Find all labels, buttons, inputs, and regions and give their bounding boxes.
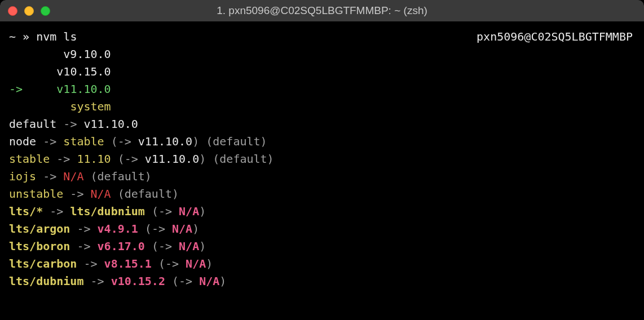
alias-default: default -> v11.10.0 bbox=[9, 115, 635, 133]
command-text: nvm ls bbox=[36, 30, 77, 43]
terminal-output[interactable]: pxn5096@C02SQ5LBGTFMMBP ~ » nvm ls v9.10… bbox=[0, 21, 644, 297]
alias-stable: stable -> 11.10 (-> v11.10.0) (default) bbox=[9, 150, 635, 168]
lts-boron: lts/boron -> v6.17.0 (-> N/A) bbox=[9, 238, 635, 255]
maximize-icon[interactable] bbox=[41, 6, 50, 16]
alias-node: node -> stable (-> v11.10.0) (default) bbox=[9, 133, 635, 150]
lts-dubnium: lts/dubnium -> v10.15.2 (-> N/A) bbox=[9, 273, 635, 290]
lts-carbon: lts/carbon -> v8.15.1 (-> N/A) bbox=[9, 255, 635, 273]
alias-iojs: iojs -> N/A (default) bbox=[9, 168, 635, 185]
window-title: 1. pxn5096@C02SQ5LBGTFMMBP: ~ (zsh) bbox=[0, 2, 644, 19]
window-titlebar: 1. pxn5096@C02SQ5LBGTFMMBP: ~ (zsh) bbox=[0, 0, 644, 21]
traffic-lights bbox=[0, 6, 50, 16]
installed-version-system: system bbox=[9, 98, 635, 115]
installed-version: v9.10.0 bbox=[9, 46, 635, 63]
lts-argon: lts/argon -> v4.9.1 (-> N/A) bbox=[9, 220, 635, 238]
minimize-icon[interactable] bbox=[24, 6, 34, 16]
close-icon[interactable] bbox=[8, 6, 17, 16]
installed-version-current: -> v11.10.0 bbox=[9, 81, 635, 98]
host-indicator: pxn5096@C02SQ5LBGTFMMBP bbox=[477, 28, 633, 46]
prompt-symbol: ~ » bbox=[9, 30, 36, 43]
alias-unstable: unstable -> N/A (default) bbox=[9, 185, 635, 203]
lts-star: lts/* -> lts/dubnium (-> N/A) bbox=[9, 203, 635, 220]
installed-version: v10.15.0 bbox=[9, 63, 635, 81]
